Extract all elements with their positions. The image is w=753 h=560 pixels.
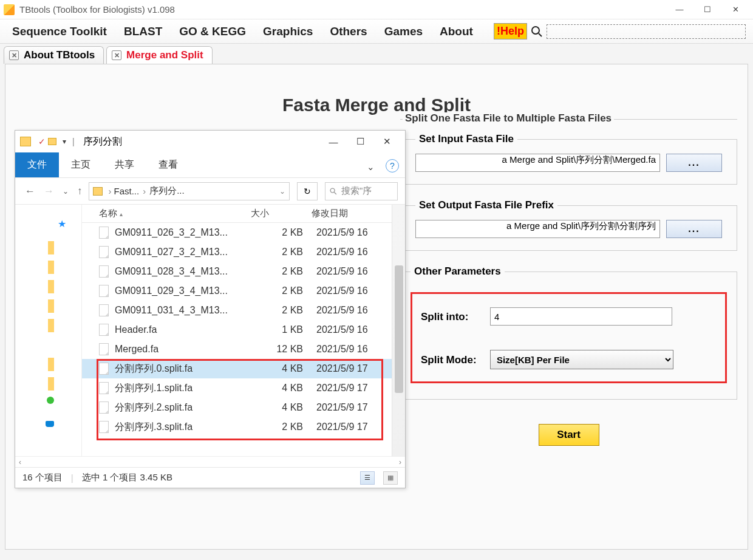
file-name: 分割序列.2.split.fa [115,401,256,414]
scrollbar-track[interactable] [392,205,405,456]
quick-access-toolbar[interactable]: ✓ ▾ [35,137,70,146]
explorer-status-bar: 16 个项目 | 选中 1 个项目 3.45 KB ☰ ▦ [15,467,405,488]
start-button[interactable]: Start [539,424,599,446]
help-icon[interactable]: ? [386,159,399,172]
file-icon [99,421,109,433]
file-date: 2021/5/9 17 [316,383,368,394]
refresh-button[interactable]: ↻ [297,182,318,200]
explorer-nav-pane[interactable]: ★ [15,205,82,456]
file-row[interactable]: 分割序列.0.split.fa4 KB2021/5/9 17 [82,359,405,378]
file-row[interactable]: GM0911_027_3_2_M13...2 KB2021/5/9 16 [82,242,405,262]
window-title: TBtools (Toolbox for Biologists) v1.098 [19,4,666,15]
menu-others[interactable]: Others [321,21,375,42]
col-size[interactable]: 大小 [251,208,312,219]
output-prefix-legend: Set Output Fasta File Prefix [415,199,557,211]
output-prefix-browse-button[interactable]: ... [666,220,722,238]
file-name: Merged.fa [115,344,256,355]
explorer-maximize-button[interactable]: ☐ [347,132,373,151]
output-prefix-field[interactable]: a Merge and Split\序列分割\分割序列 [415,220,660,238]
file-date: 2021/5/9 16 [316,227,368,238]
close-button[interactable]: ✕ [721,0,749,19]
file-row[interactable]: GM0911_026_3_2_M13...2 KB2021/5/9 16 [82,223,405,242]
file-size: 2 KB [256,227,316,238]
file-row[interactable]: 分割序列.3.split.fa2 KB2021/5/9 17 [82,417,405,437]
file-size: 4 KB [256,402,316,413]
up-button[interactable]: ↑ [75,185,85,197]
chevron-down-icon[interactable]: ⌄ [279,187,285,196]
ribbon-tab-home[interactable]: 主页 [59,152,103,177]
tab-about-tbtools[interactable]: ✕ About TBtools [4,46,104,64]
tab-close-icon[interactable]: ✕ [112,50,121,60]
status-dot-icon [47,397,54,404]
menu-bar: Sequence Toolkit BLAST GO & KEGG Graphic… [0,19,753,44]
menu-games[interactable]: Games [376,21,431,42]
ribbon-collapse-icon[interactable]: ⌄ [359,157,382,177]
file-size: 12 KB [256,344,316,355]
explorer-search-input[interactable]: 搜索"序 [325,182,398,200]
menu-about[interactable]: About [431,21,482,42]
file-row[interactable]: GM0911_031_4_3_M13...2 KB2021/5/9 16 [82,301,405,320]
search-placeholder: 搜索"序 [341,185,372,197]
ribbon-tab-view[interactable]: 查看 [146,152,190,177]
ribbon-tab-file[interactable]: 文件 [15,152,59,177]
back-button[interactable]: ← [22,185,38,197]
file-size: 4 KB [256,383,316,394]
details-view-button[interactable]: ☰ [360,471,375,485]
menu-graphics[interactable]: Graphics [254,21,321,42]
forward-button[interactable]: → [41,185,56,197]
input-file-browse-button[interactable]: ... [666,154,722,172]
file-name: GM0911_029_3_4_M13... [115,285,256,296]
search-icon[interactable] [531,26,543,38]
tab-label: Merge and Split [126,49,203,61]
file-row[interactable]: GM0911_029_3_4_M13...2 KB2021/5/9 16 [82,281,405,301]
minimize-button[interactable]: — [666,0,693,19]
split-mode-select[interactable]: Size[KB] Per File [490,350,673,369]
col-date[interactable]: 修改日期 [312,208,405,219]
menu-blast[interactable]: BLAST [115,21,171,42]
file-row[interactable]: Merged.fa12 KB2021/5/9 16 [82,340,405,359]
file-name: Header.fa [115,324,256,335]
file-icon [99,304,109,316]
svg-line-3 [334,192,336,194]
file-row[interactable]: 分割序列.1.split.fa4 KB2021/5/9 17 [82,378,405,398]
file-date: 2021/5/9 17 [316,363,368,374]
file-row[interactable]: GM0911_028_3_4_M13...2 KB2021/5/9 16 [82,262,405,281]
ribbon-tab-share[interactable]: 共享 [103,152,146,177]
split-into-input[interactable] [490,307,672,326]
column-headers[interactable]: 名称▴ 大小 修改日期 [82,205,405,223]
explorer-minimize-button[interactable]: — [320,132,347,151]
breadcrumb-segment[interactable]: 序列分... [149,185,185,197]
help-button[interactable]: !Help [494,23,527,39]
folder-icon [93,187,103,196]
maximize-button[interactable]: ☐ [693,0,721,19]
file-row[interactable]: Header.fa1 KB2021/5/9 16 [82,320,405,340]
file-row[interactable]: 分割序列.2.split.fa4 KB2021/5/9 17 [82,398,405,417]
tab-merge-split[interactable]: ✕ Merge and Split [106,46,213,64]
search-field[interactable] [547,24,746,39]
file-icon [99,246,109,258]
input-file-field[interactable]: a Merge and Split\序列分割\Merged.fa [415,154,660,172]
explorer-close-button[interactable]: ✕ [373,132,400,151]
breadcrumb-segment[interactable]: Fast... [114,186,140,196]
menu-sequence-toolkit[interactable]: Sequence Toolkit [4,21,115,42]
split-into-label: Split into: [421,311,488,323]
col-name[interactable]: 名称 [99,208,117,218]
explorer-window-title: 序列分割 [83,135,320,148]
tab-strip: ✕ About TBtools ✕ Merge and Split [0,46,753,64]
scrollbar-thumb[interactable] [395,265,403,393]
file-size: 2 KB [256,422,316,432]
file-name: GM0911_031_4_3_M13... [115,305,256,316]
svg-line-1 [539,33,542,36]
selection-info: 选中 1 个项目 3.45 KB [82,472,172,483]
icons-view-button[interactable]: ▦ [383,471,398,485]
address-bar[interactable]: › Fast... › 序列分... ⌄ [89,182,290,200]
file-icon [99,363,109,375]
history-dropdown[interactable]: ⌄ [60,187,71,196]
search-icon [329,187,338,196]
tab-close-icon[interactable]: ✕ [9,50,19,60]
horizontal-scrollbar[interactable]: ‹› [15,456,405,467]
file-icon [99,227,109,239]
file-size: 2 KB [256,266,316,277]
input-file-legend: Set Input Fasta File [415,133,517,145]
menu-go-kegg[interactable]: GO & KEGG [171,21,254,42]
